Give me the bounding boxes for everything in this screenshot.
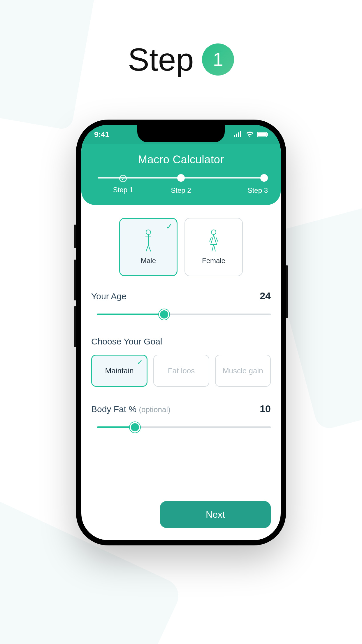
page-step-heading: Step 1 <box>0 41 362 78</box>
step-word: Step <box>128 41 194 77</box>
gender-label-male: Male <box>141 257 156 265</box>
age-value: 24 <box>260 290 271 302</box>
svg-rect-2 <box>238 132 239 137</box>
bodyfat-slider[interactable] <box>91 421 271 433</box>
goal-label: Maintain <box>105 366 134 375</box>
goal-option-maintain[interactable]: ✓ Maintain <box>91 355 147 387</box>
wifi-icon <box>246 130 254 139</box>
gender-option-male[interactable]: ✓ Male <box>119 218 178 276</box>
phone-screen: 9:41 Macro Calculator ✓ <box>81 125 281 540</box>
goal-title: Choose Your Goal <box>91 337 271 346</box>
goal-option-musclegain[interactable]: Muscle gain <box>215 355 271 387</box>
goal-label: Fat loos <box>168 366 195 375</box>
check-icon: ✓ <box>137 358 143 367</box>
battery-icon <box>257 130 268 139</box>
age-slider[interactable] <box>91 309 271 320</box>
svg-rect-3 <box>240 131 241 137</box>
signal-icon <box>234 130 242 139</box>
svg-rect-5 <box>258 132 266 136</box>
next-button[interactable]: Next <box>160 501 271 528</box>
check-icon: ✓ <box>166 222 173 231</box>
gender-option-female[interactable]: Female <box>184 218 243 276</box>
svg-rect-6 <box>267 133 268 136</box>
step-dot-3 <box>260 174 268 182</box>
goal-label: Muscle gain <box>223 366 263 375</box>
step-label-3: Step 3 <box>210 186 268 195</box>
step-dot-2 <box>177 174 185 182</box>
svg-rect-0 <box>234 135 235 137</box>
svg-point-7 <box>146 230 151 235</box>
svg-point-8 <box>211 230 216 235</box>
progress-stepper: ✓ Step 1 Step 2 Step 3 <box>81 174 281 195</box>
age-label: Your Age <box>91 291 126 301</box>
gender-label-female: Female <box>202 257 225 265</box>
goal-option-fatloss[interactable]: Fat loos <box>153 355 209 387</box>
male-icon <box>141 229 156 253</box>
phone-frame: 9:41 Macro Calculator ✓ <box>76 120 286 545</box>
app-title: Macro Calculator <box>81 144 281 174</box>
step-dot-1: ✓ <box>119 175 127 182</box>
status-time: 9:41 <box>94 130 109 139</box>
svg-rect-1 <box>236 134 237 137</box>
form-content: ✓ Male Female Your Age 24 <box>81 205 281 433</box>
next-button-label: Next <box>206 509 225 520</box>
step-label-2: Step 2 <box>152 186 210 195</box>
step-number-badge: 1 <box>202 43 234 76</box>
step-label-1: Step 1 <box>94 186 152 194</box>
female-icon <box>206 229 221 253</box>
bodyfat-value: 10 <box>260 403 271 414</box>
bodyfat-label: Body Fat % (optional) <box>91 404 171 414</box>
